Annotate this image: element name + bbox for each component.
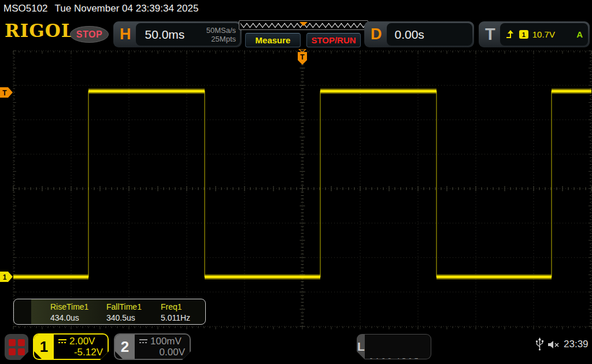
- brand-logo: RIGOL: [5, 22, 75, 40]
- measurement-freq[interactable]: Freq1 5.011Hz: [161, 299, 206, 322]
- channel1-scale: 2.00V: [69, 336, 95, 347]
- timebase-value: 50.0ms: [136, 28, 185, 42]
- trigger-level-marker-label: T: [2, 89, 7, 97]
- measure-button-label: Measure: [256, 35, 291, 45]
- run-state-badge: STOP: [70, 26, 109, 43]
- measure-button[interactable]: Measure: [245, 33, 301, 47]
- delay-value: 0.00s: [387, 28, 424, 42]
- menu-square: [9, 348, 16, 355]
- delay-label: D: [371, 27, 382, 42]
- horizontal-label: H: [120, 27, 131, 42]
- channel1-position-marker[interactable]: 1: [0, 272, 13, 282]
- dc-coupling-icon: [139, 338, 148, 344]
- rising-edge-icon: [505, 29, 515, 39]
- trigger-settings-group[interactable]: T 1 10.7V A: [479, 21, 590, 47]
- waveform-display: T T 1: [0, 49, 592, 330]
- speaker-muted-icon: [547, 340, 560, 350]
- measurement-value: 434.0us: [50, 313, 114, 322]
- trigger-level-value: 10.7V: [532, 29, 555, 39]
- channel2-offset: 0.00V: [139, 347, 185, 358]
- trigger-sweep-mode: A: [576, 29, 583, 39]
- trigger-source-badge: 1: [519, 30, 528, 39]
- stop-run-button[interactable]: STOP/RUN: [306, 33, 361, 47]
- measurement-label: RiseTime1: [50, 302, 114, 311]
- measurement-label: Freq1: [161, 302, 206, 311]
- channel2-scale: 100mV: [150, 336, 182, 347]
- sample-rate: 50MSa/s: [206, 26, 236, 35]
- waveform-position-bar[interactable]: [239, 20, 368, 30]
- trigger-position-marker-label: T: [300, 53, 305, 61]
- trigger-label: T: [485, 26, 495, 43]
- digital-channels-row1: 0 1 2 3 4 5 6 7: [369, 356, 431, 359]
- datetime: Tue November 04 23:39:34 2025: [55, 3, 199, 14]
- model-name: MSO5102: [3, 3, 48, 14]
- top-status-bar: MSO5102 Tue November 04 23:39:34 2025: [0, 0, 592, 17]
- measurement-value: 5.011Hz: [161, 313, 206, 322]
- channel1-offset: -5.12V: [58, 347, 103, 358]
- measurement-risetime[interactable]: RiseTime1 434.0us: [50, 299, 114, 322]
- memory-depth: 25Mpts: [206, 35, 236, 43]
- acquisition-info: 50MSa/s 25Mpts: [206, 26, 240, 43]
- zigzag-memory-icon: [239, 21, 368, 29]
- trigger-level-marker[interactable]: T: [0, 87, 13, 98]
- measurement-panel[interactable]: RiseTime1 434.0us FallTime1 340.5us Freq…: [13, 299, 206, 325]
- nav-trigger-pointer: [299, 22, 308, 26]
- usb-icon: [535, 337, 544, 351]
- channel1-number: 1: [34, 335, 54, 359]
- menu-square: [18, 348, 25, 355]
- channel1-position-marker-label: 1: [3, 273, 7, 281]
- horizontal-settings-group[interactable]: H 50.0ms 50MSa/s 25Mpts: [113, 21, 242, 47]
- logic-analyzer-badge[interactable]: L 0 1 2 3 4 5 6 7 8 9 1011 12131415: [357, 334, 431, 359]
- channel2-number: 2: [115, 335, 135, 359]
- stop-run-button-label: STOP/RUN: [311, 35, 356, 45]
- logic-analyzer-label: L: [357, 335, 365, 359]
- menu-square: [18, 339, 25, 346]
- menu-grid-icon[interactable]: [5, 334, 28, 360]
- channel2-badge[interactable]: 2 100mV 0.00V: [114, 333, 191, 360]
- oscilloscope-screen: MSO5102 Tue November 04 23:39:34 2025 RI…: [0, 0, 592, 364]
- channel1-badge[interactable]: 1 2.00V -5.12V: [33, 333, 109, 360]
- dc-coupling-icon: [58, 338, 67, 344]
- delay-settings-group[interactable]: D 0.00s: [364, 21, 474, 47]
- clock: 23:39: [564, 339, 589, 350]
- menu-square: [9, 339, 16, 346]
